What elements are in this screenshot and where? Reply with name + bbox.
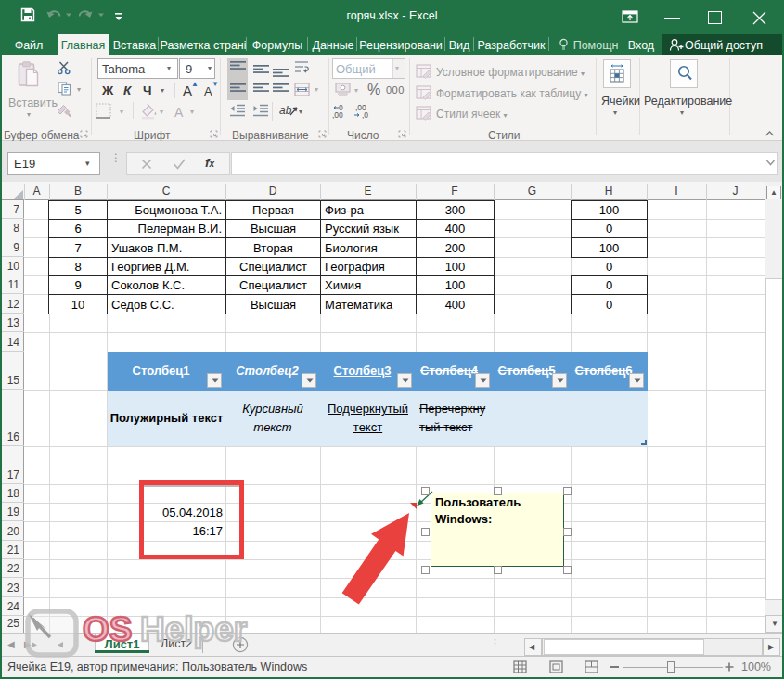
svg-text:Helper: Helper [140,610,247,648]
svg-text:OS: OS [83,610,132,648]
svg-text:,0: ,0 [362,110,368,119]
svg-text:,00: ,00 [332,110,343,119]
svg-text:ab: ab [279,104,292,117]
